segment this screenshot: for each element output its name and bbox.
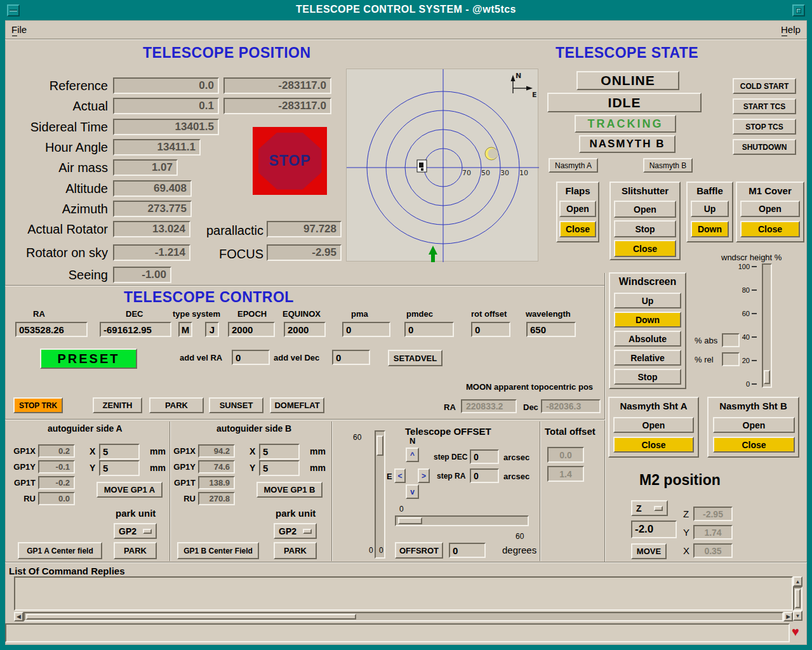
altitude-grid — [347, 69, 539, 262]
baffle-down-button[interactable]: Down — [691, 221, 729, 237]
epoch-input[interactable] — [228, 322, 275, 337]
cold-start-button[interactable]: COLD START — [733, 78, 796, 94]
m1-cover-panel: M1 Cover Open Close — [736, 182, 804, 242]
park-button[interactable]: PARK — [149, 397, 204, 413]
flaps-close-button[interactable]: Close — [559, 221, 596, 237]
wavelength-input[interactable] — [526, 322, 576, 337]
replies-scroll-right-button[interactable]: ▶ — [783, 612, 793, 621]
nasmyth-b-open-button[interactable]: Open — [713, 417, 795, 433]
m1-cover-open-button[interactable]: Open — [740, 201, 800, 217]
slitshutter-open-button[interactable]: Open — [614, 201, 676, 218]
m2-axis-select[interactable]: Z — [631, 500, 668, 516]
shutdown-button[interactable]: SHUTDOWN — [733, 139, 796, 155]
percent-abs-input[interactable] — [722, 333, 740, 347]
offset-left-button[interactable]: < — [394, 468, 406, 483]
ru-label-b: RU — [169, 494, 196, 503]
step-dec-input[interactable] — [470, 449, 499, 464]
rot-offset-input[interactable] — [471, 322, 510, 337]
nasmyth-a-close-button[interactable]: Close — [613, 437, 694, 453]
command-replies-list[interactable] — [14, 576, 793, 611]
offset-up-button[interactable]: ^ — [406, 448, 419, 462]
y-input-a[interactable] — [99, 460, 140, 476]
slitshutter-close-button[interactable]: Close — [614, 240, 676, 257]
zenith-button[interactable]: ZENITH — [93, 397, 142, 413]
help-mnemonic-underline — [782, 36, 787, 36]
m2-target-input[interactable] — [631, 521, 677, 538]
total-offset-value-2: 1.4 — [547, 466, 584, 482]
emergency-stop-button[interactable]: STOP — [253, 127, 327, 195]
stop-trk-button[interactable]: STOP TRK — [13, 397, 63, 413]
ra-input[interactable] — [15, 322, 88, 337]
windscreen-relative-button[interactable]: Relative — [614, 350, 681, 366]
nasmyth-a-open-button[interactable]: Open — [613, 417, 694, 433]
offset-hslider-thumb[interactable] — [398, 517, 422, 524]
add-vel-ra-input[interactable] — [232, 350, 270, 365]
m1-cover-close-button[interactable]: Close — [740, 221, 800, 237]
flaps-open-button[interactable]: Open — [559, 201, 596, 217]
park-unit-select-a[interactable]: GP2 — [114, 523, 157, 539]
replies-scroll-up-button[interactable]: ▲ — [793, 576, 802, 587]
replies-scroll-down-button[interactable]: ▼ — [793, 611, 802, 621]
replies-horizontal-scrollbar[interactable] — [23, 612, 783, 621]
x-input-a[interactable] — [99, 444, 140, 460]
replies-hscroll-thumb[interactable] — [26, 614, 356, 620]
arcsec-label: arcsec — [503, 453, 529, 462]
x-input-b[interactable] — [259, 444, 300, 460]
menu-help[interactable]: Help — [781, 24, 801, 35]
coordinate-system-input[interactable] — [205, 322, 219, 337]
preset-button[interactable]: PRESET — [40, 348, 137, 369]
offset-vertical-slider[interactable] — [375, 430, 385, 559]
windscreen-slider-thumb[interactable] — [764, 370, 770, 384]
vslider-min-label-2: 0 — [379, 546, 383, 555]
offsrot-input[interactable] — [449, 543, 486, 558]
nasmyth-a-button[interactable]: Nasmyth A — [549, 158, 598, 173]
command-input[interactable] — [5, 623, 790, 642]
windscreen-height-slider[interactable] — [762, 263, 772, 388]
offset-right-button[interactable]: > — [418, 468, 430, 483]
menu-file[interactable]: File — [11, 24, 27, 35]
nasmyth-b-close-button[interactable]: Close — [713, 437, 795, 453]
nasmyth-b-button[interactable]: Nasmyth B — [643, 158, 693, 173]
add-vel-dec-input[interactable] — [332, 350, 370, 365]
equinox-input[interactable] — [284, 322, 326, 337]
park-button-b[interactable]: PARK — [274, 542, 317, 559]
step-ra-input[interactable] — [470, 468, 499, 483]
replies-vertical-scrollbar[interactable] — [793, 587, 802, 611]
park-unit-select-b[interactable]: GP2 — [274, 523, 317, 539]
air-mass-label: Air mass — [3, 161, 108, 175]
baffle-up-button[interactable]: Up — [691, 201, 729, 217]
pma-input[interactable] — [342, 322, 390, 337]
sunset-button[interactable]: SUNSET — [209, 397, 263, 413]
move-gp1-a-button[interactable]: MOVE GP1 A — [97, 482, 163, 498]
windscreen-up-button[interactable]: Up — [614, 293, 681, 308]
dec-input[interactable] — [100, 322, 171, 337]
park-button-a[interactable]: PARK — [114, 542, 157, 559]
focus-value: -2.95 — [267, 244, 342, 261]
replies-vscroll-thumb[interactable] — [795, 589, 801, 608]
actual-rotator-label: Actual Rotator — [3, 222, 108, 237]
move-gp1-b-button[interactable]: MOVE GP1 B — [256, 482, 323, 498]
start-tcs-button[interactable]: START TCS — [733, 98, 796, 114]
pmdec-input[interactable] — [404, 322, 454, 337]
coordinate-type-input[interactable] — [178, 322, 192, 337]
maximize-icon — [796, 8, 801, 13]
offsrot-button[interactable]: OFFSROT — [395, 542, 443, 559]
stop-tcs-button[interactable]: STOP TCS — [733, 119, 796, 135]
offset-horizontal-slider[interactable] — [395, 515, 529, 526]
slitshutter-stop-button[interactable]: Stop — [614, 220, 676, 237]
window-maximize-button[interactable] — [792, 4, 805, 17]
m2-move-button[interactable]: MOVE — [631, 543, 667, 559]
windscreen-stop-button[interactable]: Stop — [614, 369, 681, 385]
windscreen-down-button[interactable]: Down — [614, 312, 681, 328]
percent-rel-input[interactable] — [722, 352, 740, 366]
y-input-b[interactable] — [259, 460, 300, 476]
gp1-a-center-field-button[interactable]: GP1 A Center field — [18, 542, 102, 559]
replies-scroll-left-button[interactable]: ◀ — [14, 612, 23, 621]
offset-vslider-thumb[interactable] — [376, 435, 383, 456]
domeflat-button[interactable]: DOMEFLAT — [270, 397, 324, 413]
windscreen-absolute-button[interactable]: Absolute — [614, 331, 681, 347]
pma-label: pma — [351, 309, 368, 319]
offset-down-button[interactable]: v — [406, 484, 419, 499]
setadvel-button[interactable]: SETADVEL — [388, 350, 443, 366]
gp1-b-center-field-button[interactable]: GP1 B Center Field — [177, 542, 259, 559]
